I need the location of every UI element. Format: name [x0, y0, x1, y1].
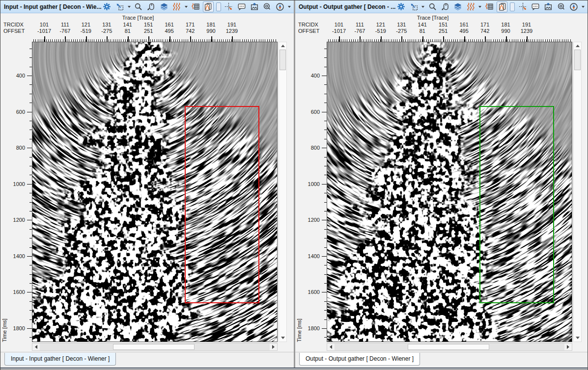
export-image-icon[interactable]: [249, 1, 260, 12]
panel-output: Output - Output gather [ Decon - ...: [295, 0, 588, 368]
trcidx-value: 101: [40, 22, 49, 27]
seismic-view-output[interactable]: [327, 42, 572, 342]
time-tick-label: 1200: [2, 217, 25, 223]
compass-caret-icon[interactable]: [288, 6, 291, 8]
offset-value: -1017: [37, 28, 51, 34]
trace-table-icon[interactable]: [190, 1, 201, 12]
tab-output-gather[interactable]: Output - Output gather [ Decon - Wiener …: [299, 353, 420, 366]
vertical-scroll-thumb[interactable]: [574, 50, 581, 70]
time-tick-label: 1400: [297, 253, 320, 259]
window-bottom-edge: [0, 368, 588, 369]
compass-icon[interactable]: [275, 1, 285, 12]
compass-caret-icon[interactable]: [582, 6, 585, 8]
time-tick-label: 1000: [2, 181, 25, 187]
wiggle-traces-icon[interactable]: [465, 1, 476, 12]
input-titlebar: Input - Input gather [ Decon - Wie...: [0, 0, 294, 13]
offset-value: -519: [81, 28, 91, 34]
wiggle-traces-caret-icon[interactable]: [185, 6, 188, 8]
select-region-icon[interactable]: [114, 1, 125, 12]
time-tick-label: 400: [2, 73, 25, 79]
horizontal-scroll-thumb[interactable]: [408, 344, 489, 350]
settings-gear-icon[interactable]: [102, 1, 112, 12]
offset-value: 990: [501, 28, 510, 34]
trace-axis-title: Trace [Trace]: [44, 15, 232, 21]
settings-gear-icon[interactable]: [395, 1, 406, 12]
trcidx-row-label: TRCIDX: [298, 22, 318, 27]
scroll-left-icon[interactable]: [327, 344, 335, 350]
zoom-ratio-icon[interactable]: [262, 1, 273, 12]
offset-value: -1017: [332, 28, 346, 34]
trcidx-value: 181: [501, 22, 510, 27]
trace-axis-header: Trace [Trace] TRCIDX OFFSET 101111121131…: [0, 13, 294, 42]
panel-toolbar: [102, 1, 295, 12]
trace-axis-title: Trace [Trace]: [339, 15, 527, 21]
compass-icon[interactable]: [568, 1, 579, 12]
offset-value: 251: [439, 28, 448, 34]
trcidx-value: 111: [356, 22, 364, 27]
time-tick-label: 1000: [297, 181, 320, 187]
trcidx-value: 111: [61, 22, 69, 27]
scroll-down-icon[interactable]: [574, 334, 581, 342]
trcidx-value: 161: [165, 22, 173, 27]
layers-icon[interactable]: [159, 1, 169, 12]
scroll-left-icon[interactable]: [32, 344, 40, 350]
time-tick-label: 1400: [2, 253, 25, 259]
offset-value: 495: [459, 28, 468, 34]
panel-title: Output - Output gather [ Decon - ...: [295, 3, 395, 10]
offset-value: -519: [375, 28, 386, 34]
wiggle-traces-caret-icon[interactable]: [478, 6, 481, 8]
layers-icon[interactable]: [452, 1, 463, 12]
select-region-caret-icon[interactable]: [128, 6, 131, 8]
tab-input-gather[interactable]: Input - Input gather [ Decon - Wiener ]: [4, 353, 116, 366]
horizontal-scrollbar[interactable]: [32, 343, 278, 351]
panel-title: Input - Input gather [ Decon - Wie...: [0, 3, 102, 10]
trcidx-value: 171: [186, 22, 195, 27]
offset-value: -275: [101, 28, 112, 34]
scroll-up-icon[interactable]: [574, 42, 581, 50]
select-region-caret-icon[interactable]: [421, 6, 424, 8]
zoom-magnifier-icon[interactable]: [133, 1, 144, 12]
horizontal-scrollbar[interactable]: [327, 343, 572, 351]
time-tick-label: 400: [297, 73, 320, 79]
time-axis: Time [ms] 40060080010001200140016001800: [295, 42, 327, 342]
comment-bubble-icon[interactable]: [236, 1, 247, 12]
time-axis-label: Time [ms]: [1, 42, 7, 342]
vertical-scrollbar[interactable]: [573, 42, 582, 342]
highlight-rect-green[interactable]: [479, 106, 554, 303]
zoom-ratio-icon[interactable]: [556, 1, 566, 12]
comment-bubble-icon[interactable]: [530, 1, 541, 12]
time-tick-label: 600: [297, 109, 320, 115]
trcidx-value: 131: [102, 22, 111, 27]
offset-value: -767: [59, 28, 70, 34]
highlight-rect-red[interactable]: [185, 106, 259, 303]
pick-crosshair-icon[interactable]: [517, 1, 528, 12]
horizontal-scroll-thumb[interactable]: [113, 344, 195, 350]
time-axis: Time [ms] 40060080010001200140016001800: [0, 42, 32, 342]
offset-value: 495: [165, 28, 173, 34]
mouse-pointer-icon[interactable]: [146, 1, 157, 12]
image-stack-icon[interactable]: [203, 1, 214, 12]
trace-table-icon[interactable]: [484, 1, 495, 12]
wiggle-traces-icon[interactable]: [171, 1, 182, 12]
offset-value: 251: [144, 28, 153, 34]
pick-crosshair-icon[interactable]: [224, 1, 234, 12]
offset-value: 81: [125, 28, 131, 34]
zoom-magnifier-icon[interactable]: [427, 1, 438, 12]
select-region-icon[interactable]: [408, 1, 419, 12]
time-tick-label: 1600: [2, 289, 25, 295]
scroll-right-icon[interactable]: [564, 344, 572, 350]
scroll-up-icon[interactable]: [279, 42, 286, 50]
mouse-pointer-icon[interactable]: [440, 1, 450, 12]
trcidx-value: 171: [480, 22, 489, 27]
image-stack-caret-icon[interactable]: [510, 2, 515, 11]
time-tick-label: 800: [297, 145, 320, 151]
trcidx-row-label: TRCIDX: [3, 22, 24, 27]
image-stack-icon[interactable]: [497, 1, 507, 12]
scroll-right-icon[interactable]: [270, 344, 277, 350]
image-stack-caret-icon[interactable]: [216, 2, 221, 11]
vertical-scroll-thumb[interactable]: [280, 50, 286, 70]
scroll-down-icon[interactable]: [279, 334, 286, 342]
seismic-view-input[interactable]: [32, 42, 278, 342]
export-image-icon[interactable]: [543, 1, 554, 12]
vertical-scrollbar[interactable]: [279, 42, 287, 342]
